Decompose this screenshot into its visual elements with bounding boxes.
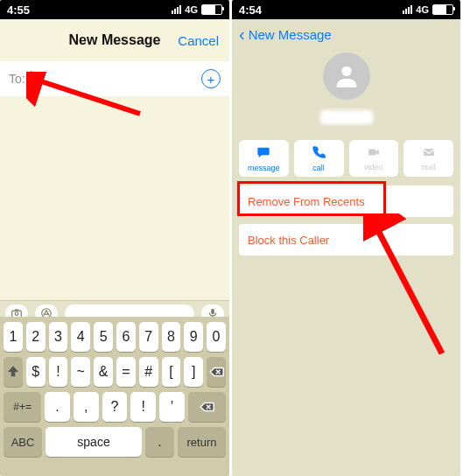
text-cursor [31,71,32,87]
return-key[interactable]: return [178,427,226,457]
key-=[interactable]: = [116,357,136,387]
key-9[interactable]: 9 [184,322,203,352]
nav-bar: New Message Cancel [0,19,229,62]
delete-key[interactable] [207,357,226,387]
svg-point-1 [15,312,18,316]
signal-icon [403,5,412,14]
status-bar: 4:54 4G [232,0,460,19]
to-label: To: [9,72,25,86]
shift-key[interactable] [4,357,23,387]
period-key[interactable]: . [145,427,174,457]
phone-icon [312,145,326,162]
message-body-area[interactable] [0,96,229,301]
back-chevron-icon[interactable]: ‹ [239,25,245,43]
key-![interactable]: ! [49,357,68,387]
left-screenshot: 4:55 4G New Message Cancel To: + 1234567… [0,0,229,476]
video-icon [366,146,382,161]
status-right: 4G [172,4,222,15]
block-this-caller-button[interactable]: Block this Caller [239,224,453,256]
key-][interactable]: ] [184,357,203,387]
key-5[interactable]: 5 [94,322,113,352]
kb-row-2: $!~&=#[] [4,357,226,387]
signal-icon [172,5,181,14]
key-![interactable]: ! [130,392,156,422]
key-8[interactable]: 8 [162,322,181,352]
add-contact-button[interactable]: + [201,69,221,88]
contact-name-redacted [320,110,373,124]
message-icon [256,145,271,162]
cancel-button[interactable]: Cancel [178,33,219,48]
key-1[interactable]: 1 [4,322,23,352]
delete-key[interactable] [188,392,226,422]
kb-row-3: #+= .,?!' [4,392,226,422]
status-net: 4G [416,4,429,15]
key-0[interactable]: 0 [207,322,226,352]
key-?[interactable]: ? [102,392,128,422]
status-time: 4:54 [239,4,262,17]
battery-icon [432,4,453,15]
svg-rect-6 [368,149,375,155]
key-[[interactable]: [ [162,357,181,387]
key-4[interactable]: 4 [71,322,90,352]
status-bar: 4:55 4G [0,0,229,19]
key-3[interactable]: 3 [49,322,68,352]
mail-icon [421,146,437,161]
key-2[interactable]: 2 [26,322,46,352]
key-#[interactable]: # [139,357,158,387]
page-title: New Message [69,32,161,48]
key-7[interactable]: 7 [139,322,158,352]
message-label: message [248,164,280,172]
to-field-row[interactable]: To: + [0,61,229,97]
svg-rect-7 [424,148,434,155]
status-time: 4:55 [7,4,30,17]
video-label: video [364,163,383,172]
key-$[interactable]: $ [26,357,46,387]
video-action: video [349,140,399,177]
mail-label: mail [421,163,436,172]
key-&[interactable]: & [94,357,113,387]
call-action[interactable]: call [294,140,344,177]
status-right: 4G [403,4,453,15]
keyboard: 1234567890 $!~&=#[] #+= .,?!' ABC space … [0,317,229,476]
right-screenshot: 4:54 4G ‹ New Message message call [232,0,460,476]
key-.[interactable]: . [45,392,70,422]
battery-icon [201,4,222,15]
space-key[interactable]: space [46,427,142,457]
back-label[interactable]: New Message [249,27,332,42]
key-'[interactable]: ' [159,392,185,422]
kb-row-1: 1234567890 [4,322,226,352]
kb-row-4: ABC space . return [4,427,226,457]
call-label: call [312,164,325,172]
abc-key[interactable]: ABC [4,427,42,457]
avatar [323,52,370,100]
key-,[interactable]: , [74,392,99,422]
nav-bar: ‹ New Message [232,19,460,49]
key-6[interactable]: 6 [116,322,136,352]
remove-from-recents-button[interactable]: Remove From Recents [239,186,453,217]
symbol-page-key[interactable]: #+= [4,392,41,422]
mail-action: mail [403,140,453,177]
message-action[interactable]: message [239,140,289,177]
svg-rect-3 [211,309,214,314]
action-row: message call video mail [239,140,453,177]
key-~[interactable]: ~ [71,357,90,387]
svg-point-5 [341,66,351,76]
status-net: 4G [185,4,198,15]
